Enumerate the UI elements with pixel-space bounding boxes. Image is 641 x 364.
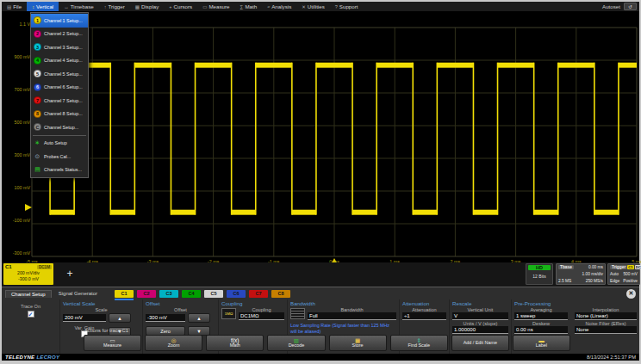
trigger-descriptor[interactable]: Trigger C1 DC Auto500 mV EdgePositive — [607, 263, 640, 285]
channel-button-c1[interactable]: C1 — [115, 290, 134, 298]
trace-on-checkbox[interactable]: ✓ — [28, 311, 34, 318]
interpolation-select[interactable]: None (Linear) — [575, 312, 637, 320]
cursors-icon: + — [169, 4, 171, 9]
menu-item-math[interactable]: ∑Math — [234, 2, 262, 11]
panel-tab-row: Channel Setup Signal Generator C1C2C3C4C… — [2, 287, 639, 299]
y-tick-label: -300 mV — [2, 250, 30, 256]
dropdown-item-channel-4-setup[interactable]: 4Channel 4 Setup... — [31, 54, 88, 68]
action-button-zoom[interactable]: ◎Zoom — [145, 335, 202, 351]
trigger-icon: ↑ — [104, 4, 107, 9]
tab-channel-setup[interactable]: Channel Setup — [5, 290, 52, 298]
averaging-input[interactable]: 1 sweep — [514, 312, 568, 320]
c1-coupling-badge: DC1M — [37, 265, 52, 269]
support-icon: ? — [335, 4, 338, 9]
dropdown-item-channel-3-setup[interactable]: 3Channel 3 Setup... — [31, 40, 88, 54]
c1-offset: -300.0 mV — [5, 276, 52, 281]
menu-divider — [33, 135, 86, 136]
hd-bits: 12 Bits — [532, 274, 545, 279]
brand-lecroy: LECROY — [36, 355, 59, 360]
menu-item-analysis[interactable]: ≈Analysis — [262, 2, 296, 11]
menu-right: Autoset ↺ — [602, 2, 639, 11]
vertical-unit-input[interactable]: V — [452, 312, 508, 320]
rescale-header: Rescale — [452, 300, 508, 306]
close-icon: ✕ — [629, 290, 634, 297]
probes-cal-icon: ⊙ — [34, 153, 41, 160]
dropdown-item-channel-1-setup[interactable]: 1Channel 1 Setup... — [31, 14, 88, 28]
channel-c1-descriptor[interactable]: C1 DC1M 200 mV/div -300.0 mV — [3, 263, 53, 285]
action-button-math[interactable]: f(x)Math — [206, 335, 264, 351]
timebase-position: 0.00 ms — [588, 265, 603, 269]
channel-button-c2[interactable]: C2 — [137, 290, 156, 298]
utilities-icon: ✕ — [302, 4, 306, 9]
menu-item-vertical[interactable]: ↕Vertical — [27, 2, 59, 11]
menu-item-display[interactable]: ▦Display — [130, 2, 165, 11]
action-button-measure[interactable]: ▭Measure — [84, 335, 141, 351]
menu-item-file[interactable]: ▤File — [2, 2, 27, 11]
menu-item-cursors[interactable]: +Cursors — [164, 2, 197, 11]
trace-on-label: Trace On — [4, 304, 57, 309]
channel-c-badge-icon: C — [34, 123, 41, 131]
autoset-button[interactable]: Autoset — [602, 3, 620, 9]
scale-label: Scale — [63, 307, 140, 312]
clock: 8/13/2024 2:51:37 PM — [587, 355, 636, 360]
deskew-input[interactable]: 0.00 ns — [514, 326, 568, 334]
coupling-impedance-icon: 1MΩ — [221, 308, 236, 319]
menu-item-utilities[interactable]: ✕Utilities — [296, 2, 330, 11]
menu-item-support[interactable]: ?Support — [330, 2, 364, 11]
preprocessing-header: Pre-Processing — [514, 300, 637, 306]
timebase-icon: ↔ — [64, 4, 69, 9]
channel-button-c8[interactable]: C8 — [271, 290, 290, 298]
dropdown-item-channels-status[interactable]: ▤Channels Status... — [31, 163, 88, 177]
menu-item-measure[interactable]: ▭Measure — [197, 2, 234, 11]
bandwidth-header: Bandwidth — [290, 300, 396, 306]
timebase-descriptor[interactable]: Tbase0.00 ms 1.00 ms/div 2.5 MS250 MS/s — [556, 263, 606, 285]
channels-status-icon: ▤ — [34, 166, 41, 173]
dropdown-item-channel-setup[interactable]: CChannel Setup... — [31, 120, 88, 134]
y-tick-label: 900 mV — [2, 54, 30, 59]
scale-input[interactable]: 200 mV — [63, 314, 106, 322]
offset-label: Offset — [146, 307, 215, 312]
hd-descriptor[interactable]: HD 12 Bits — [526, 263, 553, 285]
action-button-decode[interactable]: ▥Decode — [267, 335, 325, 351]
math-icon: ∑ — [240, 4, 243, 9]
dropdown-item-channel-6-setup[interactable]: 6Channel 6 Setup... — [31, 81, 88, 95]
channel-button-c4[interactable]: C4 — [182, 290, 201, 298]
timebase-rate: 250 MS/s — [586, 279, 603, 283]
action-button-find-scale[interactable]: ⇕Find Scale — [390, 335, 448, 351]
offset-up-button[interactable]: ▲ — [188, 313, 210, 323]
tab-signal-generator[interactable]: Signal Generator — [53, 290, 103, 297]
dropdown-item-channel-2-setup[interactable]: 2Channel 2 Setup... — [31, 28, 88, 41]
undo-autoset-button[interactable]: ↺ — [624, 3, 637, 10]
offset-input[interactable]: -300 mV — [146, 314, 185, 322]
trigger-coupling-badge: DC — [635, 265, 641, 269]
action-button-add-edit-name[interactable]: Add / Edit Name — [451, 335, 509, 351]
action-button-label[interactable]: ▬Label — [513, 335, 570, 351]
channel-4-badge-icon: 4 — [34, 57, 41, 65]
trigger-source-badge: C1 — [627, 265, 633, 269]
channel-button-c6[interactable]: C6 — [227, 290, 246, 298]
undo-icon: ↺ — [628, 4, 632, 9]
dropdown-item-channel-5-setup[interactable]: 5Channel 5 Setup... — [31, 67, 88, 81]
close-panel-button[interactable]: ✕ — [626, 289, 636, 299]
dropdown-item-channel-7-setup[interactable]: 7Channel 7 Setup... — [31, 94, 88, 108]
dropdown-item-probes-cal[interactable]: ⊙Probes Cal... — [31, 150, 88, 163]
action-button-store[interactable]: ▦Store — [329, 335, 387, 351]
bandwidth-select[interactable]: Full — [308, 312, 396, 320]
dropdown-item-channel-8-setup[interactable]: 8Channel 8 Setup... — [31, 108, 88, 121]
graticule — [2, 11, 639, 262]
trigger-label: Trigger — [610, 265, 627, 269]
waveform-display[interactable]: 1.1 V900 mV700 mV500 mV300 mV100 mV-100 … — [2, 11, 639, 262]
noise-filter-select[interactable]: None — [575, 326, 637, 334]
add-trace-button[interactable]: + — [62, 266, 78, 281]
channel-button-c5[interactable]: C5 — [204, 290, 223, 298]
menu-item-trigger[interactable]: ↑Trigger — [99, 2, 130, 11]
dropdown-item-auto-setup[interactable]: ∗Auto Setup — [31, 137, 88, 151]
channel-button-c7[interactable]: C7 — [249, 290, 268, 298]
channel-button-c3[interactable]: C3 — [159, 290, 178, 298]
hd-badge: HD — [528, 265, 551, 270]
menu-item-timebase[interactable]: ↔Timebase — [59, 2, 98, 11]
slope-input[interactable]: 1.000000 — [452, 326, 508, 334]
scale-up-button[interactable]: ▲ — [109, 313, 131, 323]
attenuation-select[interactable]: ÷1 — [402, 312, 446, 320]
coupling-select[interactable]: DC1MΩ — [239, 312, 284, 320]
